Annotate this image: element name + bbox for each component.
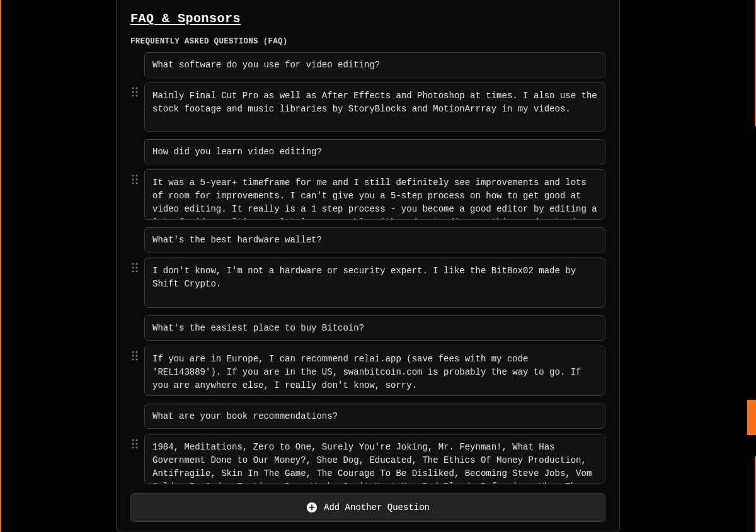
svg-point-16 [132, 270, 134, 272]
svg-point-21 [135, 354, 137, 356]
faq-row [130, 227, 605, 308]
add-question-label: Add Another Question [324, 502, 430, 512]
svg-point-27 [135, 443, 137, 444]
svg-point-15 [135, 266, 137, 268]
scroll-indicator[interactable] [747, 400, 756, 435]
faq-question-input[interactable] [144, 139, 605, 164]
svg-point-4 [132, 94, 134, 96]
svg-point-9 [135, 178, 137, 180]
svg-point-8 [132, 178, 134, 180]
faq-row [130, 139, 605, 220]
svg-point-11 [135, 182, 137, 184]
faq-answer-textarea[interactable] [144, 169, 605, 220]
svg-point-28 [132, 446, 134, 448]
svg-rect-32 [309, 507, 314, 508]
faq-question-input[interactable] [144, 315, 605, 341]
faq-fields [144, 139, 605, 220]
svg-point-10 [132, 182, 134, 184]
svg-point-2 [132, 91, 134, 93]
svg-point-1 [135, 87, 137, 89]
svg-point-3 [135, 91, 137, 93]
svg-point-5 [135, 94, 137, 96]
svg-point-23 [135, 358, 137, 360]
svg-point-19 [135, 351, 137, 353]
svg-point-29 [135, 446, 137, 448]
svg-point-20 [132, 354, 134, 356]
svg-point-12 [132, 263, 134, 264]
drag-handle-icon[interactable] [130, 350, 139, 361]
faq-answer-textarea[interactable] [144, 346, 605, 396]
drag-handle-icon[interactable] [130, 262, 139, 273]
faq-question-input[interactable] [144, 227, 605, 252]
faq-row [130, 52, 605, 132]
svg-point-24 [132, 439, 134, 441]
faq-row [130, 404, 605, 484]
svg-point-7 [135, 174, 137, 176]
window-left-accent [0, 0, 1, 532]
drag-handle-icon[interactable] [130, 86, 139, 98]
svg-point-18 [132, 351, 134, 353]
faq-answer-textarea[interactable] [144, 434, 605, 484]
svg-point-25 [135, 439, 137, 441]
faq-list [130, 52, 605, 484]
section-title: FAQ & Sponsors [130, 11, 605, 26]
svg-point-26 [132, 443, 134, 444]
faq-subheader: FREQUENTLY ASKED QUESTIONS (FAQ) [130, 37, 605, 46]
svg-point-13 [135, 263, 137, 264]
svg-point-6 [132, 174, 134, 176]
faq-row [130, 315, 605, 396]
add-question-button[interactable]: Add Another Question [130, 493, 605, 522]
faq-question-input[interactable] [144, 52, 605, 77]
faq-answer-textarea[interactable] [144, 82, 605, 132]
svg-point-22 [132, 358, 134, 360]
faq-panel: FAQ & Sponsors FREQUENTLY ASKED QUESTION… [116, 0, 620, 531]
svg-point-17 [135, 270, 137, 272]
faq-fields [144, 315, 605, 396]
faq-fields [144, 227, 605, 308]
svg-point-0 [132, 87, 134, 89]
faq-answer-textarea[interactable] [144, 258, 605, 308]
drag-handle-icon[interactable] [130, 438, 139, 450]
drag-handle-icon[interactable] [130, 174, 139, 185]
faq-fields [144, 404, 605, 484]
faq-fields [144, 52, 605, 132]
svg-point-14 [132, 266, 134, 268]
plus-circle-icon [306, 502, 318, 513]
faq-question-input[interactable] [144, 404, 605, 429]
